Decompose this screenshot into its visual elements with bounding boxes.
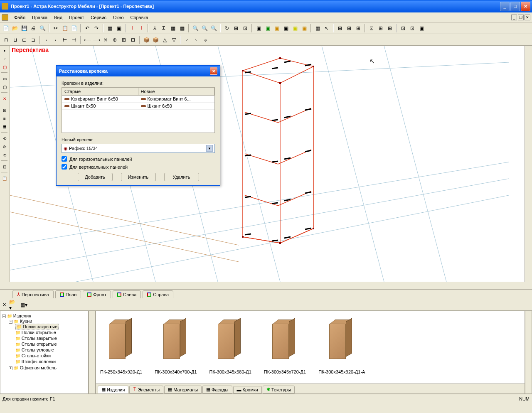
- zoom-fit-icon[interactable]: 🔍: [209, 24, 218, 32]
- tool-icon[interactable]: ⊞: [232, 24, 240, 32]
- tool-icon[interactable]: ⊞: [120, 36, 128, 44]
- tool-icon[interactable]: ⟐: [201, 36, 209, 44]
- close-button[interactable]: ✕: [521, 2, 530, 11]
- tree-item[interactable]: Полки закрытые: [15, 324, 86, 329]
- gallery-item[interactable]: ПК-300х345х580-Д1: [209, 320, 251, 375]
- library-tree[interactable]: −Изделия −Кухни Полки закрытыеПолки откр…: [0, 311, 89, 394]
- tool-icon[interactable]: ↻: [223, 24, 231, 32]
- mdi-app-icon[interactable]: [2, 14, 8, 21]
- maximize-button[interactable]: □: [510, 2, 520, 11]
- tab-plan[interactable]: План: [55, 290, 81, 298]
- copy-icon[interactable]: 📋: [61, 24, 69, 32]
- tree-item[interactable]: Столы угловые: [15, 347, 86, 353]
- tool-icon[interactable]: ⊣: [70, 36, 78, 44]
- gallery-tab-edges[interactable]: ▬ Кромки: [233, 386, 262, 393]
- tool-icon[interactable]: ⊞: [386, 24, 394, 32]
- menu-view[interactable]: Вид: [51, 14, 66, 21]
- tool-icon[interactable]: ▭: [1, 75, 8, 82]
- tool-icon[interactable]: ⟶: [92, 36, 101, 44]
- gallery-item[interactable]: ПК-300х340х700-Д1: [155, 320, 197, 375]
- tool-icon[interactable]: ⊡: [1, 163, 8, 170]
- tool-icon[interactable]: ▣: [254, 24, 263, 32]
- tab-right[interactable]: Справа: [143, 290, 173, 298]
- menu-file[interactable]: Файл: [11, 14, 29, 21]
- menu-window[interactable]: Окно: [110, 14, 127, 21]
- chevron-down-icon[interactable]: ▼: [206, 145, 213, 152]
- tool-icon[interactable]: ⟳: [1, 143, 8, 150]
- zoom-in-icon[interactable]: 🔍: [191, 24, 200, 32]
- tool-icon[interactable]: ▢: [1, 83, 8, 91]
- tool-icon[interactable]: ⊞: [377, 24, 385, 32]
- open-icon[interactable]: 📂: [11, 24, 19, 32]
- tool-icon[interactable]: ⅄: [150, 24, 159, 32]
- gallery-tab-facades[interactable]: ▦ Фасады: [202, 386, 232, 393]
- tool-icon[interactable]: ▣: [282, 24, 290, 32]
- tool-icon[interactable]: ⟲: [1, 135, 8, 142]
- tool-icon[interactable]: △: [160, 36, 169, 44]
- view-mode-icon[interactable]: ▦▾: [20, 301, 28, 309]
- edit-button[interactable]: Изменить: [121, 173, 156, 181]
- tool-icon[interactable]: ▣: [273, 24, 281, 32]
- gallery-item[interactable]: ПК-300х345х720-Д1: [264, 320, 306, 375]
- tab-left[interactable]: Слева: [113, 290, 141, 298]
- checkbox-horizontal[interactable]: Для горизонтальных панелей: [62, 156, 215, 162]
- tree-item[interactable]: Столы открытые: [15, 341, 86, 347]
- tool-icon[interactable]: ↖: [323, 24, 331, 32]
- menu-edit[interactable]: Правка: [29, 14, 51, 21]
- menu-project[interactable]: Проект: [66, 14, 87, 21]
- checkbox-vertical[interactable]: Для вертикальных панелей: [62, 164, 215, 170]
- tool-icon[interactable]: ⊡: [367, 24, 376, 32]
- fasteners-grid[interactable]: Старые Новые Конфирмат Винт 6x50Конфирма…: [62, 87, 215, 133]
- table-row[interactable]: Шкант 6x50Шкант 6x50: [62, 103, 214, 110]
- minimize-button[interactable]: _: [500, 2, 510, 11]
- cut-icon[interactable]: ✂: [52, 24, 60, 32]
- tool-icon[interactable]: ⟙: [137, 24, 145, 32]
- redo-icon[interactable]: ↷: [92, 24, 101, 32]
- save-icon[interactable]: 💾: [20, 24, 28, 32]
- menu-help[interactable]: Справка: [127, 14, 152, 21]
- gallery-item[interactable]: ПК-250х345х920-Д1: [100, 320, 142, 375]
- tool-icon[interactable]: ⊡: [129, 36, 137, 44]
- mdi-close-button[interactable]: ✕: [525, 15, 530, 20]
- tool-icon[interactable]: 📋: [1, 175, 8, 182]
- tree-item[interactable]: Полки открытые: [15, 329, 86, 335]
- tool-icon[interactable]: ⊡: [241, 24, 249, 32]
- tool-icon[interactable]: ▣: [264, 24, 272, 32]
- tool-icon[interactable]: ⟍: [192, 36, 200, 44]
- tool-icon[interactable]: ▢: [1, 63, 8, 71]
- menu-service[interactable]: Сервис: [87, 14, 110, 21]
- gallery-scrollbar[interactable]: [525, 311, 532, 394]
- tool-icon[interactable]: 📦: [142, 36, 150, 44]
- tool-icon[interactable]: ⊓: [2, 36, 10, 44]
- tool-icon[interactable]: ▣: [300, 24, 308, 32]
- tool-icon[interactable]: ▣: [417, 24, 426, 32]
- tool-icon[interactable]: ▦: [106, 24, 114, 32]
- tool-icon[interactable]: ⊡: [408, 24, 416, 32]
- tool-icon[interactable]: ▦: [178, 24, 186, 32]
- tool-icon[interactable]: ⟙: [128, 24, 136, 32]
- tool-icon[interactable]: 📦: [151, 36, 160, 44]
- vertical-scrollbar[interactable]: [525, 46, 532, 282]
- tree-scrollbar[interactable]: [89, 311, 96, 394]
- tool-icon[interactable]: ✕: [1, 95, 8, 102]
- tab-perspective[interactable]: ⅄Перспектива: [12, 290, 54, 298]
- tool-icon[interactable]: ⊕: [111, 36, 119, 44]
- tree-item[interactable]: Столы-стойки: [15, 353, 86, 359]
- pointer-icon[interactable]: ▸: [1, 47, 8, 54]
- tool-icon[interactable]: ▣: [115, 24, 123, 32]
- preview-icon[interactable]: 🔍: [38, 24, 47, 32]
- print-icon[interactable]: 🖨: [29, 24, 37, 32]
- tool-icon[interactable]: ⊞: [354, 24, 362, 32]
- tool-icon[interactable]: ⊏: [20, 36, 28, 44]
- tool-icon[interactable]: ⤧: [101, 36, 110, 44]
- tree-item[interactable]: Столы закрытые: [15, 335, 86, 341]
- tool-icon[interactable]: ≣: [1, 123, 8, 130]
- new-icon[interactable]: 📄: [2, 24, 10, 32]
- fastener-combo[interactable]: ◉ Рафикс 15/34 ▼: [62, 144, 215, 153]
- tool-icon[interactable]: ⊐: [29, 36, 37, 44]
- horizontal-scrollbar[interactable]: [10, 282, 525, 289]
- table-row[interactable]: Конфирмат Винт 6x50Конфирмат Винт 6...: [62, 96, 214, 103]
- open-folder-icon[interactable]: 📂▾: [9, 301, 17, 309]
- tool-icon[interactable]: ⟲: [1, 151, 8, 159]
- tool-icon[interactable]: ⊔: [11, 36, 19, 44]
